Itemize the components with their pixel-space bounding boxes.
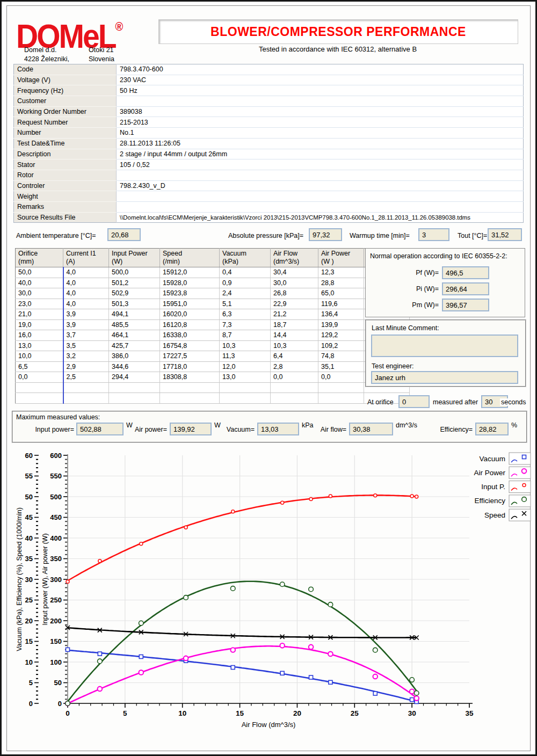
info-value[interactable] bbox=[117, 191, 524, 202]
cell[interactable] bbox=[16, 393, 63, 404]
column-header[interactable]: Vacuum(kPa) bbox=[220, 249, 271, 267]
cell[interactable]: 2,8 bbox=[271, 361, 318, 372]
cell[interactable]: 3,9 bbox=[63, 319, 109, 330]
cell[interactable]: 15951,0 bbox=[160, 299, 220, 309]
cell[interactable]: 21,2 bbox=[271, 309, 318, 320]
column-header[interactable]: Speed(/min) bbox=[160, 249, 220, 267]
cell[interactable]: 3,9 bbox=[63, 309, 109, 320]
cell[interactable]: 344,6 bbox=[109, 361, 160, 372]
cell[interactable]: 16,0 bbox=[16, 330, 63, 341]
info-value[interactable]: 230 VAC bbox=[117, 75, 524, 85]
abs-pressure-input[interactable] bbox=[309, 228, 342, 241]
cell[interactable]: 26,8 bbox=[271, 288, 318, 299]
cell[interactable] bbox=[160, 393, 220, 404]
info-value[interactable] bbox=[117, 201, 524, 212]
column-header[interactable]: Air Power(W ) bbox=[318, 249, 364, 267]
legend-item-input-p-[interactable]: Input P. bbox=[481, 481, 531, 493]
cell[interactable] bbox=[220, 393, 271, 404]
cell[interactable]: 0,0 bbox=[318, 372, 364, 383]
cell[interactable]: 0,0 bbox=[16, 372, 63, 383]
cell[interactable]: 502,9 bbox=[109, 288, 160, 299]
cell[interactable]: 16120,8 bbox=[160, 319, 220, 330]
cell[interactable]: 425,7 bbox=[109, 340, 160, 351]
cell[interactable]: 119,6 bbox=[318, 299, 364, 309]
cell[interactable]: 13,0 bbox=[16, 340, 63, 351]
cell[interactable]: 7,3 bbox=[220, 319, 271, 330]
info-value[interactable] bbox=[117, 170, 524, 180]
cell[interactable]: 2,9 bbox=[63, 361, 109, 372]
column-header[interactable]: Current I1(A) bbox=[63, 249, 109, 267]
cell[interactable] bbox=[16, 382, 63, 393]
ambient-temp-input[interactable] bbox=[107, 228, 141, 241]
cell[interactable]: 2,4 bbox=[220, 288, 271, 299]
nop-field-input[interactable] bbox=[442, 266, 489, 279]
tout-input[interactable] bbox=[488, 228, 522, 241]
info-value[interactable]: 798.3.470-600 bbox=[117, 64, 524, 75]
cell[interactable]: 4,0 bbox=[63, 299, 109, 309]
comment-textarea[interactable] bbox=[371, 335, 518, 357]
cell[interactable]: 13,0 bbox=[220, 372, 271, 383]
cell[interactable] bbox=[63, 382, 109, 393]
legend-item-vacuum[interactable]: Vacuum bbox=[479, 453, 531, 464]
cell[interactable]: 30,0 bbox=[16, 288, 63, 299]
nop-field-input[interactable] bbox=[442, 299, 489, 311]
column-header[interactable]: Input Power(W) bbox=[109, 249, 160, 267]
cell[interactable]: 15923,8 bbox=[160, 288, 220, 299]
cell[interactable]: 2,5 bbox=[63, 372, 109, 383]
cell[interactable]: 18,7 bbox=[271, 319, 318, 330]
cell[interactable]: 6,4 bbox=[271, 351, 318, 362]
cell[interactable]: 50,0 bbox=[16, 267, 63, 278]
cell[interactable]: 14,4 bbox=[271, 330, 318, 341]
cell[interactable]: 17718,0 bbox=[160, 361, 220, 372]
cell[interactable]: 4,0 bbox=[63, 278, 109, 288]
cell[interactable] bbox=[63, 393, 109, 404]
cell[interactable] bbox=[220, 382, 271, 393]
cell[interactable]: 19,0 bbox=[16, 319, 63, 330]
cell[interactable]: 12,0 bbox=[220, 361, 271, 372]
cell[interactable] bbox=[109, 382, 160, 393]
cell[interactable]: 8,7 bbox=[220, 330, 271, 341]
cell[interactable]: 0,4 bbox=[220, 267, 271, 278]
info-value[interactable]: 105 / 0,52 bbox=[117, 159, 524, 170]
cell[interactable]: 15912,0 bbox=[160, 267, 220, 278]
cell[interactable] bbox=[160, 382, 220, 393]
cell[interactable]: 494,1 bbox=[109, 309, 160, 320]
info-value[interactable]: No.1 bbox=[117, 128, 524, 139]
max-value-input[interactable] bbox=[349, 423, 393, 435]
cell[interactable]: 40,0 bbox=[16, 278, 63, 288]
cell[interactable]: 30,4 bbox=[271, 267, 318, 278]
cell[interactable]: 10,3 bbox=[220, 340, 271, 351]
column-header[interactable]: Air Flow(dm^3/s) bbox=[271, 249, 318, 267]
legend-item-efficiency[interactable]: Efficiency bbox=[474, 495, 531, 507]
info-value[interactable]: 389038 bbox=[117, 106, 524, 117]
info-value[interactable]: 798.2.430_v_D bbox=[117, 180, 524, 191]
cell[interactable]: 16754,8 bbox=[160, 340, 220, 351]
cell[interactable]: 464,1 bbox=[109, 330, 160, 341]
info-value[interactable]: 2 stage / input 44mm / output 26mm bbox=[117, 149, 524, 159]
warmup-time-input[interactable] bbox=[418, 228, 449, 241]
cell[interactable]: 501,3 bbox=[109, 299, 160, 309]
cell[interactable]: 12,3 bbox=[318, 267, 364, 278]
cell[interactable]: 6,3 bbox=[220, 309, 271, 320]
cell[interactable]: 294,4 bbox=[109, 372, 160, 383]
cell[interactable]: 35,1 bbox=[318, 361, 364, 372]
info-value[interactable]: 50 Hz bbox=[117, 85, 524, 96]
max-value-input[interactable] bbox=[475, 423, 509, 435]
cell[interactable]: 15928,0 bbox=[160, 278, 220, 288]
cell[interactable]: 500,0 bbox=[109, 267, 160, 278]
cell[interactable]: 501,2 bbox=[109, 278, 160, 288]
cell[interactable] bbox=[109, 393, 160, 404]
cell[interactable]: 74,8 bbox=[318, 351, 364, 362]
cell[interactable]: 5,1 bbox=[220, 299, 271, 309]
cell[interactable]: 386,0 bbox=[109, 351, 160, 362]
info-value[interactable]: \\Domelnt.local\fs\ECM\Merjenje_karakter… bbox=[117, 212, 524, 223]
cell[interactable]: 136,4 bbox=[318, 309, 364, 320]
cell[interactable]: 0,9 bbox=[220, 278, 271, 288]
cell[interactable]: 109,2 bbox=[318, 340, 364, 351]
cell[interactable]: 30,0 bbox=[271, 278, 318, 288]
cell[interactable]: 65,0 bbox=[318, 288, 364, 299]
info-value[interactable] bbox=[117, 96, 524, 107]
cell[interactable]: 11,3 bbox=[220, 351, 271, 362]
cell[interactable]: 16338,0 bbox=[160, 330, 220, 341]
info-value[interactable]: 28.11.2013 11:26:05 bbox=[117, 138, 524, 149]
